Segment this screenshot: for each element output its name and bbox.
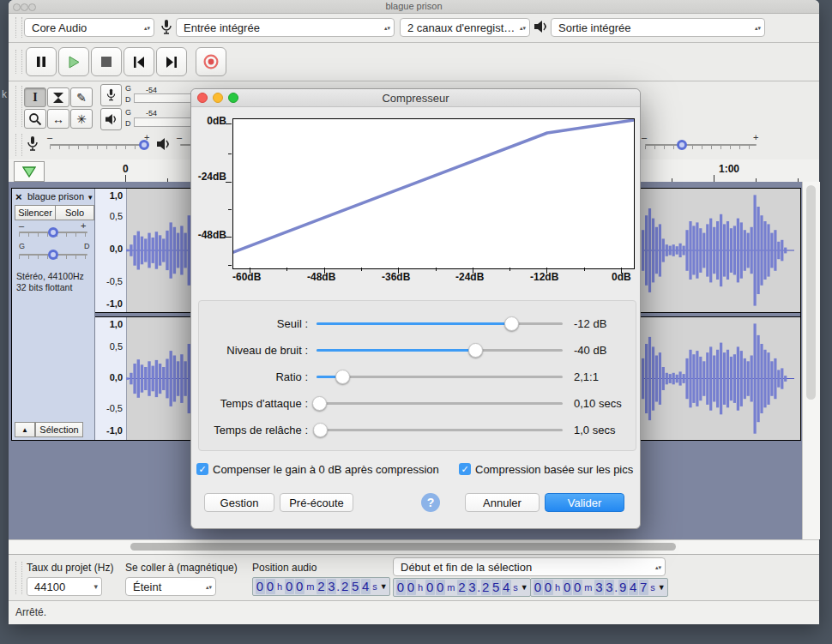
makeup-gain-checkbox[interactable]: ✓ — [196, 463, 208, 475]
gain-plus: + — [81, 220, 86, 231]
play-meter-button[interactable] — [100, 108, 122, 130]
gain-minus: – — [19, 220, 24, 231]
snap-to-label: Se coller à (magnétique) — [125, 562, 238, 574]
slider-row: Seuil : -12 dB — [191, 316, 642, 333]
selection-end-field[interactable]: 00h00m33.947s▼ — [530, 578, 668, 597]
toolbar-grabber[interactable] — [15, 134, 22, 156]
x-axis-label: -12dB — [530, 271, 558, 283]
manage-button[interactable]: Gestion — [204, 493, 274, 512]
zoom-tool-button[interactable] — [24, 109, 46, 129]
track-close-button[interactable]: × — [15, 190, 22, 203]
noise-floor-slider-thumb[interactable] — [468, 343, 483, 358]
y-axis-label: -48dB — [198, 229, 226, 241]
solo-button[interactable]: Solo — [55, 205, 94, 220]
record-meter-button[interactable] — [100, 84, 122, 106]
chevron-updown-icon: ▴▾ — [206, 585, 212, 589]
input-gain-thumb[interactable] — [139, 140, 149, 150]
timeshift-tool-button[interactable]: ↔ — [47, 109, 69, 129]
track-info-line2: 32 bits flottant — [16, 282, 72, 292]
release-time-slider-thumb[interactable] — [313, 423, 328, 437]
status-bar: Arrêté. — [9, 600, 819, 624]
speed-slider[interactable] — [645, 144, 757, 146]
audio-position-field[interactable]: 00h00m23.254s▼ — [252, 577, 390, 596]
input-device-select[interactable]: Entrée intégrée ▴▾ — [176, 18, 395, 37]
speaker-icon — [156, 137, 172, 151]
zoom-tool-icon — [28, 112, 42, 126]
play-icon — [68, 56, 81, 69]
microphone-icon — [160, 19, 173, 36]
pause-button[interactable] — [26, 47, 57, 76]
vertical-scrollbar[interactable] — [802, 182, 820, 539]
selection-tool-status-button[interactable]: Sélection — [35, 422, 83, 437]
toolbar-grabber[interactable] — [15, 50, 22, 74]
track-title[interactable]: blague prison ▼ — [27, 191, 93, 202]
track-info-line1: Stéréo, 44100Hz — [16, 271, 84, 281]
window-titlebar: blague prison — [9, 0, 819, 14]
collapse-track-button[interactable]: ▲ — [15, 422, 35, 437]
desktop: k blague prison Core Audio ▴▾ Entrée int… — [0, 0, 832, 644]
compression-curve-graph — [232, 118, 635, 269]
skip-to-end-button[interactable] — [156, 47, 187, 76]
selection-start-field[interactable]: 00h00m23.254s▼ — [393, 578, 531, 597]
play-button[interactable] — [58, 47, 89, 76]
horizontal-scrollbar[interactable] — [9, 539, 819, 554]
mute-button[interactable]: Silencer — [15, 205, 56, 220]
meter-scale-label: -54 — [146, 109, 157, 117]
project-rate-select[interactable]: 44100 ▾ — [27, 577, 102, 596]
dialog-titlebar: Compresseur — [191, 89, 640, 107]
waveform-right-bottom[interactable] — [642, 317, 794, 440]
multi-tool-button[interactable]: ✳ — [70, 109, 93, 129]
skip-to-start-button[interactable] — [124, 47, 154, 76]
skip-end-icon — [166, 57, 178, 68]
speaker-icon — [534, 20, 549, 33]
stop-icon — [101, 57, 112, 67]
pan-slider-thumb[interactable] — [48, 250, 58, 260]
pinned-playhead-button[interactable] — [14, 161, 45, 182]
channels-select[interactable]: 2 canaux d'enregist… ▴▾ — [400, 18, 530, 37]
record-icon — [203, 54, 219, 69]
vertical-scrollbar-thumb[interactable] — [806, 185, 816, 400]
toolbar-grabber[interactable] — [15, 17, 22, 38]
selection-tool-button[interactable]: I — [24, 87, 46, 107]
envelope-tool-icon — [51, 91, 65, 105]
attack-time-slider-thumb[interactable] — [312, 396, 327, 411]
track-menu-arrow-icon: ▼ — [87, 194, 93, 202]
output-device-select[interactable]: Sortie intégrée ▴▾ — [551, 18, 765, 37]
speed-slider-thumb[interactable] — [677, 140, 687, 150]
envelope-tool-button[interactable] — [47, 87, 69, 107]
timeline-label-zero: 0 — [123, 163, 129, 175]
threshold-slider-thumb[interactable] — [504, 316, 519, 331]
desktop-label: k — [2, 88, 7, 100]
gain-slider-thumb[interactable] — [48, 227, 58, 238]
cancel-button[interactable]: Annuler — [465, 493, 540, 512]
toolbar-grabber[interactable] — [15, 562, 22, 594]
waveform-left-bottom[interactable] — [126, 317, 195, 440]
microphone-icon — [26, 135, 39, 153]
speed-slider-minus: – — [642, 132, 647, 142]
slider-row: Temps d'attaque : 0,10 secs — [191, 395, 642, 412]
pan-left-label: G — [19, 242, 25, 250]
ok-button[interactable]: Valider — [545, 493, 624, 512]
pan-right-label: D — [84, 242, 90, 250]
toolbar-grabber[interactable] — [15, 86, 22, 127]
audio-host-select[interactable]: Core Audio ▴▾ — [24, 18, 154, 37]
vertical-scale-bottom[interactable]: 1,0 0,5 0,0 -0,5 -1,0 — [95, 317, 127, 440]
peak-compression-checkbox[interactable]: ✓ — [459, 463, 471, 475]
vertical-scale-top[interactable]: 1,0 0,5 0,0 -0,5 -1,0 — [95, 189, 127, 312]
x-axis-label: -36dB — [382, 271, 410, 283]
chevron-updown-icon: ▴▾ — [655, 565, 661, 569]
ratio-slider-thumb[interactable] — [335, 370, 350, 384]
record-button[interactable] — [196, 47, 226, 76]
preview-button[interactable]: Pré-écoute — [280, 493, 353, 512]
input-gain-slider[interactable] — [50, 144, 148, 146]
horizontal-scrollbar-thumb[interactable] — [130, 543, 676, 551]
selection-mode-select[interactable]: Début et fin de la sélection ▴▾ — [393, 557, 666, 576]
meter-left-label: G — [125, 84, 131, 93]
help-button[interactable]: ? — [421, 493, 440, 512]
waveform-right-top[interactable] — [642, 189, 794, 312]
waveform-left-top[interactable] — [126, 189, 195, 312]
draw-tool-button[interactable]: ✎ — [70, 87, 93, 107]
stop-button[interactable] — [91, 47, 122, 76]
snap-to-select[interactable]: Éteint ▴▾ — [125, 577, 216, 596]
meter-right-label: D — [125, 119, 131, 128]
